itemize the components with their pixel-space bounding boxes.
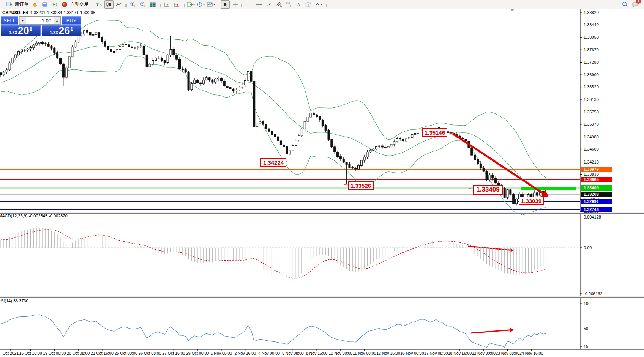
buy-button[interactable]: BUY [62,16,81,25]
price-callout[interactable]: 1.33039 [519,197,544,205]
new-chart-button[interactable]: ▾ [186,0,196,9]
close-value: 1.33208 [80,10,95,15]
macd-signal-line [1,230,546,278]
chart-shift-button[interactable] [172,0,181,9]
rsi-trend-arrow-head [510,327,514,332]
price-chart-canvas[interactable] [0,0,644,357]
panel-separator[interactable] [0,296,644,298]
price-callout[interactable]: 1.33526 [348,181,374,190]
toolbar-grip [241,2,243,8]
toolbar: 新订单 自动交易 [0,0,644,9]
bollinger-middle-band [1,42,546,193]
rsi-trend-arrow[interactable] [471,330,511,333]
rsi-line [1,315,546,348]
text-button[interactable]: A [294,0,303,9]
ask-price-major: 1.33 [50,30,58,35]
arrows-button[interactable]: ▾ [314,0,323,9]
notification-count-badge: 1 [636,0,641,4]
chart-shift-marker[interactable] [510,9,514,11]
chart-ohlc-header: GBPUSD-,H41.332011.332341.331711.33208 [2,10,97,15]
notifications-icon[interactable]: 1 [630,0,639,9]
deposit-icon[interactable] [30,0,39,9]
toolbar-grip [183,2,185,8]
chevron-down-icon: ▾ [321,3,322,6]
macd-histogram [1,228,546,282]
bid-price-display[interactable]: 1.33 20 8 [1,25,41,36]
svg-text:A: A [297,2,301,7]
ask-price-point: 1 [70,26,73,32]
fibonacci-button[interactable]: F [284,0,293,9]
trendline-button[interactable] [264,0,273,9]
crosshair-button[interactable] [230,0,240,9]
new-order-label[interactable]: 新订单 [15,1,28,8]
toolbar-grip [125,2,127,8]
metaeditor-icon[interactable] [40,0,49,9]
price-callout[interactable]: 1.34224 [260,158,286,167]
candles-layer [0,24,547,205]
ask-price-display[interactable]: 1.33 26 1 [42,25,82,36]
volume-increase-button[interactable]: ▲ [54,17,60,24]
macd-indicator-label: MACD(12,26,9) -0.002845 -0.002820 [0,214,68,218]
ask-price-pips: 26 [58,26,70,36]
auto-scroll-button[interactable] [162,0,171,9]
low-value: 1.33171 [63,10,79,15]
candlestick-chart-button[interactable] [104,0,114,9]
cursor-button[interactable] [221,0,230,9]
bid-price-pips: 20 [18,26,29,36]
volume-decrease-button[interactable]: ▼ [19,17,26,24]
symbol-period-label: GBPUSD-,H4 [2,10,28,15]
svg-text:F: F [290,5,292,7]
zoom-out-button[interactable] [138,0,147,9]
price-callout[interactable]: 1.33409 [473,185,503,195]
autotrading-button[interactable] [60,0,69,9]
templates-button[interactable]: ▾ [206,0,216,9]
new-order-button[interactable] [5,0,14,9]
periodicity-button[interactable]: ▾ [196,0,205,9]
vertical-line-button[interactable] [245,0,254,9]
equidistant-channel-button[interactable]: E [274,0,283,9]
volume-input[interactable] [26,17,54,24]
autotrading-label[interactable]: 自动交易 [70,1,88,8]
toolbar-grip [159,2,161,8]
chevron-down-icon: ▾ [213,3,215,6]
chevron-down-icon: ▾ [203,3,205,6]
bid-price-point: 8 [30,26,32,32]
price-callout[interactable]: 1.35146 [422,128,447,137]
zoom-in-button[interactable] [128,0,137,9]
toolbar-grip [217,2,219,8]
bar-chart-button[interactable] [95,0,104,9]
toolbar-grip [1,2,3,8]
sell-button[interactable]: SELL [1,16,18,25]
terminal-window: 新订单 自动交易 [0,0,644,357]
horizontal-line-button[interactable] [254,0,264,9]
toolbar-grip [91,2,93,8]
macd-trend-arrow-head [510,248,513,253]
chevron-down-icon: ▾ [193,3,195,6]
line-chart-button[interactable] [114,0,123,9]
bollinger-upper-band [1,20,546,178]
rsi-indicator-label: RSI(14) 33.3730 [0,299,28,303]
toolbar-grip [325,2,327,8]
bollinger-lower-band [1,56,546,215]
svg-text:T: T [307,3,309,7]
bid-price-major: 1.33 [9,30,17,35]
one-click-trading-panel: SELL ▼ ▲ BUY 1.33 20 8 1.33 26 1 [1,16,81,36]
text-label-button[interactable]: T [304,0,313,9]
panel-separator[interactable] [0,212,644,214]
high-value: 1.33234 [47,10,62,15]
search-icon[interactable] [620,0,630,9]
svg-text:E: E [280,5,282,7]
signals-icon[interactable] [50,0,59,9]
open-value: 1.33201 [30,10,46,15]
tile-windows-button[interactable] [148,0,157,9]
support-zone-bar[interactable] [521,187,576,190]
